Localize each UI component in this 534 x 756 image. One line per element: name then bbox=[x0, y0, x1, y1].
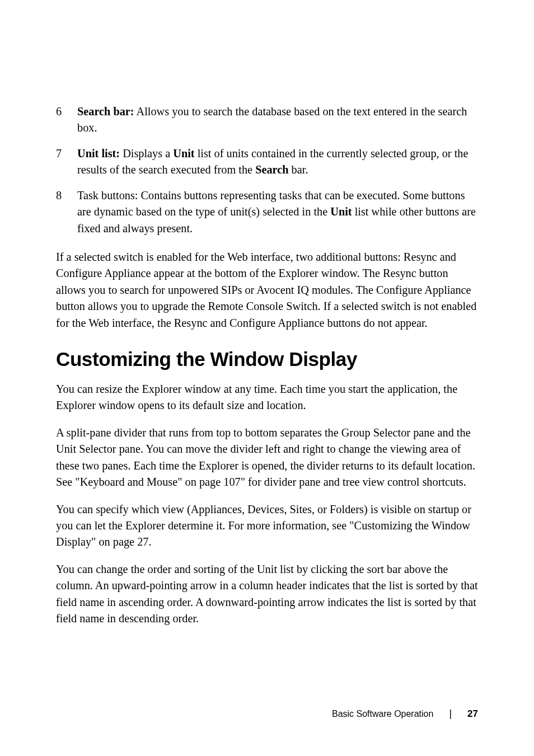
footer-divider: | bbox=[449, 708, 452, 720]
item-content: Task buttons: Contains buttons represent… bbox=[77, 187, 478, 237]
body-paragraph: You can change the order and sorting of … bbox=[56, 561, 478, 627]
footer-section-title: Basic Software Operation bbox=[332, 709, 433, 719]
body-paragraph: A split-pane divider that runs from top … bbox=[56, 425, 478, 491]
item-content: Search bar: Allows you to search the dat… bbox=[77, 104, 478, 137]
item-text: bar. bbox=[289, 163, 308, 176]
item-label: Search bar: bbox=[77, 105, 134, 118]
item-number: 7 bbox=[56, 145, 77, 179]
section-heading: Customizing the Window Display bbox=[56, 348, 478, 370]
item-content: Unit list: Displays a Unit list of units… bbox=[77, 145, 478, 179]
item-bold: Unit bbox=[173, 147, 194, 159]
item-number: 6 bbox=[56, 104, 77, 137]
list-item-6: 6 Search bar: Allows you to search the d… bbox=[56, 104, 478, 137]
item-label: Unit list: bbox=[77, 147, 120, 159]
item-bold: Search bbox=[255, 163, 288, 176]
page-footer: Basic Software Operation | 27 bbox=[332, 708, 478, 720]
body-paragraph: You can specify which view (Appliances, … bbox=[56, 501, 478, 551]
item-bold: Unit bbox=[330, 205, 352, 218]
item-text: Allows you to search the database based … bbox=[77, 105, 467, 134]
footer-page-number: 27 bbox=[467, 708, 478, 720]
list-item-7: 7 Unit list: Displays a Unit list of uni… bbox=[56, 145, 478, 179]
list-item-8: 8 Task buttons: Contains buttons represe… bbox=[56, 187, 478, 237]
numbered-list: 6 Search bar: Allows you to search the d… bbox=[56, 104, 478, 237]
item-text: Displays a bbox=[120, 147, 173, 159]
body-paragraph: If a selected switch is enabled for the … bbox=[56, 249, 478, 331]
body-paragraph: You can resize the Explorer window at an… bbox=[56, 381, 478, 414]
item-number: 8 bbox=[56, 187, 77, 237]
